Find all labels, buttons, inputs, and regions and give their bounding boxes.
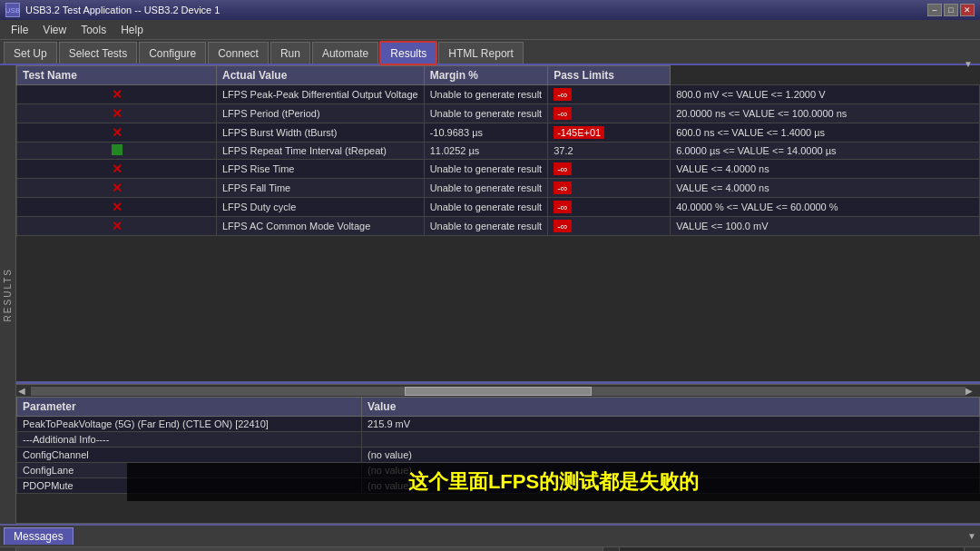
fail-icon: ✕: [112, 219, 122, 233]
close-button[interactable]: ✕: [960, 4, 975, 16]
pass-limit-cell: VALUE <= 100.0 mV: [671, 217, 980, 236]
hscroll-bar[interactable]: ◀ ▶: [16, 384, 980, 397]
messages-tab[interactable]: Messages: [4, 527, 74, 545]
param-col-header-value: Value: [362, 398, 980, 417]
margin-cell: -∞: [548, 179, 671, 198]
hscroll-thumb[interactable]: [405, 387, 592, 396]
actual-value-cell: 11.0252 µs: [424, 143, 548, 160]
window-title: USB3.2 Test Application -- USB3.2 Device…: [25, 5, 922, 15]
messages-details-panel: Details All selected tests completed.: [619, 547, 964, 551]
pass-limit-cell: VALUE <= 4.0000 ns: [671, 160, 980, 179]
table-row[interactable]: ✕LFPS Fall TimeUnable to generate result…: [17, 179, 980, 198]
param-row[interactable]: PeakToPeakVoltage (5G) (Far End) (CTLE O…: [17, 417, 980, 432]
menu-help[interactable]: Help: [113, 22, 151, 38]
param-name-cell: ConfigLane: [17, 463, 362, 478]
title-bar: USB USB3.2 Test Application -- USB3.2 De…: [0, 0, 980, 20]
actual-value-cell: Unable to generate result: [424, 217, 548, 236]
menu-bar: File View Tools Help: [0, 20, 980, 40]
messages-subheader: Summaries (click for details): [16, 547, 603, 551]
app-icon: USB: [5, 3, 20, 17]
margin-cell: -∞: [548, 85, 671, 104]
messages-left-panel: Summaries (click for details) 2023-08-18…: [16, 547, 603, 551]
table-row[interactable]: ✕LFPS Period (tPeriod)Unable to generate…: [17, 104, 980, 123]
hscroll-track[interactable]: [31, 387, 965, 396]
results-panel: Test Name Actual Value Margin % Pass Lim…: [16, 65, 980, 524]
table-row[interactable]: ✕LFPS Rise TimeUnable to generate result…: [17, 160, 980, 179]
param-row[interactable]: ConfigChannel(no value): [17, 448, 980, 463]
param-name-cell: ConfigChannel: [17, 448, 362, 463]
tab-setup[interactable]: Set Up: [4, 42, 57, 64]
param-value-cell: (no value): [362, 478, 980, 494]
menu-tools[interactable]: Tools: [74, 22, 113, 38]
fail-icon: ✕: [112, 200, 122, 214]
test-name-cell: LFPS Repeat Time Interval (tRepeat): [217, 143, 425, 160]
param-col-header-param: Parameter: [17, 398, 362, 417]
pass-limit-cell: 800.0 mV <= VALUE <= 1.2000 V: [671, 85, 980, 104]
minimize-button[interactable]: –: [927, 4, 942, 16]
table-row[interactable]: ✕LFPS Peak-Peak Differential Output Volt…: [17, 85, 980, 104]
table-row[interactable]: LFPS Repeat Time Interval (tRepeat)11.02…: [17, 143, 980, 160]
margin-cell: -145E+01: [548, 123, 671, 143]
pass-icon: [112, 144, 122, 155]
tab-select-tests[interactable]: Select Tests: [59, 42, 137, 64]
tab-run[interactable]: Run: [270, 42, 310, 64]
table-row[interactable]: ✕LFPS Duty cycleUnable to generate resul…: [17, 198, 980, 217]
table-row[interactable]: ✕LFPS AC Common Mode VoltageUnable to ge…: [17, 217, 980, 236]
messages-content: SDAVSS1 Summaries (click for details) 20…: [0, 547, 980, 551]
param-name-cell: PeakToPeakVoltage (5G) (Far End) (CTLE O…: [17, 417, 362, 432]
hscroll-right-arrow[interactable]: ▶: [965, 386, 978, 396]
test-results-table[interactable]: Test Name Actual Value Margin % Pass Lim…: [16, 65, 980, 384]
col-header-margin: Margin %: [424, 66, 548, 85]
param-row[interactable]: ---Additional Info----: [17, 432, 980, 448]
test-name-cell: LFPS Fall Time: [217, 179, 425, 198]
actual-value-cell: Unable to generate result: [424, 160, 548, 179]
param-row[interactable]: PDOPMute(no value): [17, 478, 980, 494]
col-header-name: Test Name: [17, 66, 217, 85]
menu-view[interactable]: View: [35, 22, 74, 38]
tab-automate[interactable]: Automate: [312, 42, 378, 64]
param-name-cell: PDOPMute: [17, 478, 362, 494]
messages-panel: Messages ▼ SDAVSS1 Summaries (click for …: [0, 524, 980, 551]
test-name-cell: LFPS AC Common Mode Voltage: [217, 217, 425, 236]
col-header-actual: Actual Value: [217, 66, 425, 85]
actual-value-cell: Unable to generate result: [424, 179, 548, 198]
test-name-cell: LFPS Duty cycle: [217, 198, 425, 217]
param-row[interactable]: ConfigLane(no value): [17, 463, 980, 478]
fail-icon: ✕: [112, 125, 122, 140]
param-table[interactable]: Parameter Value PeakToPeakVoltage (5G) (…: [16, 397, 980, 524]
side-label-text: RESULTS: [3, 268, 13, 321]
toolbar-dropdown-arrow[interactable]: ▼: [964, 59, 973, 69]
pass-limit-cell: 600.0 ns <= VALUE <= 1.4000 µs: [671, 123, 980, 143]
param-value-cell: (no value): [362, 463, 980, 478]
menu-file[interactable]: File: [4, 22, 35, 38]
fail-icon: ✕: [112, 181, 122, 195]
param-value-cell: (no value): [362, 448, 980, 463]
tab-results[interactable]: Results: [380, 42, 436, 64]
hscroll-left-arrow[interactable]: ◀: [18, 386, 31, 396]
param-value-cell: [362, 432, 980, 448]
fail-icon: ✕: [112, 106, 122, 121]
col-header-limits: Pass Limits: [548, 66, 671, 85]
pass-limit-cell: VALUE <= 4.0000 ns: [671, 179, 980, 198]
pass-limit-cell: 20.0000 ns <= VALUE <= 100.0000 ns: [671, 104, 980, 123]
actual-value-cell: -10.9683 µs: [424, 123, 548, 143]
pass-limit-cell: 40.0000 % <= VALUE <= 60.0000 %: [671, 198, 980, 217]
margin-cell: -∞: [548, 104, 671, 123]
toolbar: Set Up Select Tests Configure Connect Ru…: [0, 40, 980, 65]
table-row[interactable]: ✕LFPS Burst Width (tBurst)-10.9683 µs-14…: [17, 123, 980, 143]
test-name-cell: LFPS Peak-Peak Differential Output Volta…: [217, 85, 425, 104]
fail-icon: ✕: [112, 87, 122, 102]
actual-value-cell: Unable to generate result: [424, 85, 548, 104]
messages-header: Messages ▼: [0, 526, 980, 547]
window-controls: – □ ✕: [927, 4, 975, 16]
tab-connect[interactable]: Connect: [208, 42, 269, 64]
tab-html-report[interactable]: HTML Report: [438, 42, 524, 64]
main-content: RESULTS Test Name Actual Value Margin % …: [0, 65, 980, 524]
tab-configure[interactable]: Configure: [139, 42, 206, 64]
messages-dropdown-arrow[interactable]: ▼: [967, 531, 976, 541]
test-name-cell: LFPS Rise Time: [217, 160, 425, 179]
param-name-cell: ---Additional Info----: [17, 432, 362, 448]
maximize-button[interactable]: □: [944, 4, 958, 16]
test-name-cell: LFPS Period (tPeriod): [217, 104, 425, 123]
margin-cell: -∞: [548, 217, 671, 236]
